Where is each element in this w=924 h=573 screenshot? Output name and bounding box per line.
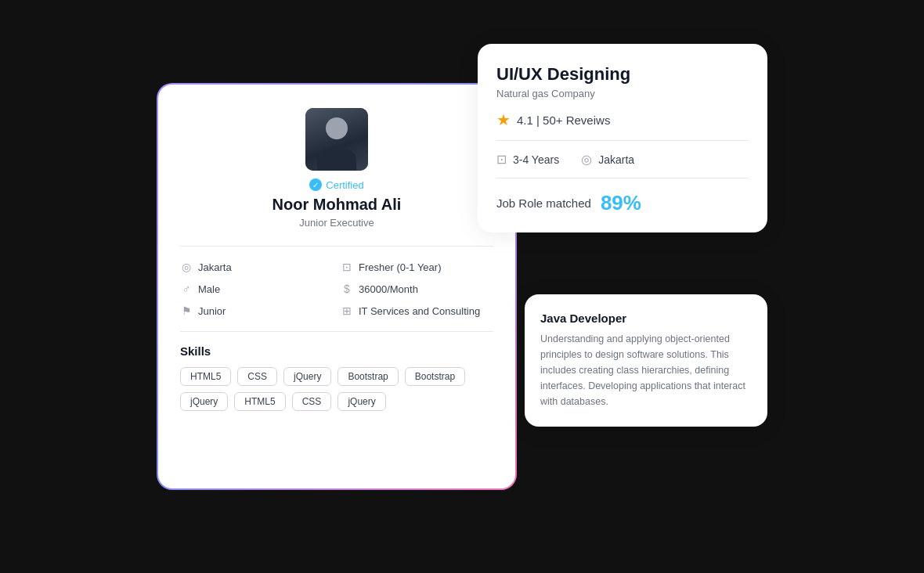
avatar-image <box>305 108 368 171</box>
info-location: ◎ Jakarta <box>180 261 333 273</box>
skill-tag: jQuery <box>180 392 228 411</box>
profile-name: Noor Mohmad Ali <box>273 196 402 214</box>
info-gender: ♂ Male <box>180 283 333 295</box>
skill-tag: HTML5 <box>180 367 231 386</box>
skill-tag: CSS <box>292 392 332 411</box>
profile-card-wrapper: ✓ Certified Noor Mohmad Ali Junior Execu… <box>157 83 517 490</box>
level-icon: ⚑ <box>180 305 193 317</box>
profile-card: ✓ Certified Noor Mohmad Ali Junior Execu… <box>158 85 515 488</box>
match-percent: 89% <box>601 191 641 215</box>
info-level-label: Junior <box>198 305 226 317</box>
salary-icon: $ <box>341 283 353 295</box>
briefcase-icon: ⊡ <box>341 261 353 273</box>
skills-title: Skills <box>180 344 493 358</box>
skill-tag: HTML5 <box>234 392 285 411</box>
scene: ✓ Certified Noor Mohmad Ali Junior Execu… <box>157 44 767 529</box>
rating-text: 4.1 | 50+ Reveiws <box>517 114 610 127</box>
skills-section: Skills HTML5 CSS jQuery Bootstrap Bootst… <box>180 332 493 411</box>
skill-tag: jQuery <box>283 367 331 386</box>
avatar <box>305 108 368 171</box>
match-label: Job Role matched <box>496 196 591 210</box>
match-row: Job Role matched 89% <box>496 191 749 215</box>
gender-icon: ♂ <box>180 283 193 295</box>
info-experience-label: Fresher (0-1 Year) <box>359 261 442 273</box>
profile-section: ✓ Certified Noor Mohmad Ali Junior Execu… <box>180 108 493 247</box>
location-pin-icon: ◎ <box>581 152 592 167</box>
job-card: UI/UX Designing Natural gas Company ★ 4.… <box>478 44 767 232</box>
job-meta-row: ⊡ 3-4 Years ◎ Jakarta <box>496 152 749 178</box>
certified-label: Certified <box>326 179 363 191</box>
job-title: UI/UX Designing <box>496 64 749 85</box>
info-grid: ◎ Jakarta ⊡ Fresher (0-1 Year) ♂ Male $ … <box>180 247 493 332</box>
job-location-label: Jakarta <box>598 153 634 166</box>
certified-badge: ✓ Certified <box>309 178 363 191</box>
info-industry-label: IT Services and Consulting <box>359 305 480 317</box>
info-salary-label: 36000/Month <box>359 283 418 295</box>
java-description: Understanding and applying object-orient… <box>540 331 752 409</box>
rating-row: ★ 4.1 | 50+ Reveiws <box>496 110 749 141</box>
job-experience-label: 3-4 Years <box>513 153 559 166</box>
skill-tag: CSS <box>237 367 277 386</box>
java-title: Java Developer <box>540 312 752 325</box>
profile-title: Junior Executive <box>299 217 374 229</box>
info-salary: $ 36000/Month <box>341 283 493 295</box>
job-experience: ⊡ 3-4 Years <box>496 152 559 167</box>
info-experience: ⊡ Fresher (0-1 Year) <box>341 261 493 273</box>
certified-icon: ✓ <box>309 178 322 191</box>
skill-tag: Bootstrap <box>337 367 398 386</box>
info-location-label: Jakarta <box>198 261 232 273</box>
star-icon: ★ <box>496 110 511 129</box>
location-icon: ◎ <box>180 261 193 273</box>
info-industry: ⊞ IT Services and Consulting <box>341 305 493 317</box>
company-name: Natural gas Company <box>496 88 749 99</box>
skill-tag: Bootstrap <box>405 367 465 386</box>
skills-tags: HTML5 CSS jQuery Bootstrap Bootstrap jQu… <box>180 367 493 411</box>
java-card: Java Developer Understanding and applyin… <box>525 294 767 427</box>
job-location: ◎ Jakarta <box>581 152 634 167</box>
industry-icon: ⊞ <box>341 305 353 317</box>
info-level: ⚑ Junior <box>180 305 333 317</box>
skill-tag: jQuery <box>337 392 385 411</box>
info-gender-label: Male <box>198 283 220 295</box>
briefcase-icon: ⊡ <box>496 152 507 167</box>
